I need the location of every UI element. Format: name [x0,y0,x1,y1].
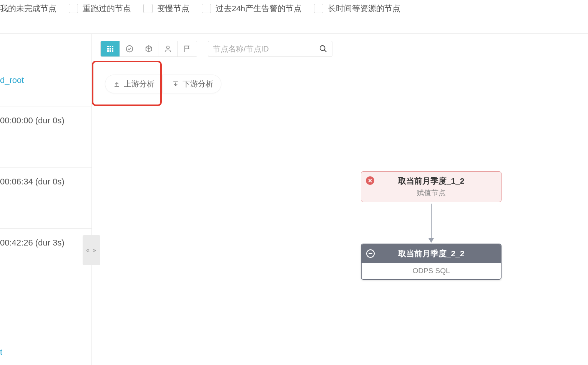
filter-rerun[interactable]: 重跑过的节点 [69,3,131,14]
dag-node-1[interactable]: 取当前月季度_1_2 赋值节点 [361,171,502,202]
grid-icon [106,45,114,53]
filter-waiting-resource[interactable]: 长时间等资源的节点 [314,3,400,14]
left-panel: d_root 00:00:00 (dur 0s) 00:06:34 (dur 0… [0,34,92,365]
svg-point-9 [126,46,133,52]
toolbar [92,41,588,57]
time-entry-3[interactable]: 00:42:26 (dur 3s) [0,228,91,257]
svg-rect-4 [110,48,111,50]
root-link[interactable]: d_root [0,34,91,85]
downstream-label: 下游分析 [183,79,213,89]
duration-text: 00:42:26 (dur 3s) [0,238,65,247]
svg-rect-5 [112,48,113,50]
checkbox-icon[interactable] [202,4,211,13]
svg-rect-0 [107,46,109,47]
grid-view-button[interactable] [101,41,120,56]
download-icon [172,80,179,88]
node-subtitle: 赋值节点 [361,188,501,202]
downstream-analysis-button[interactable]: 下游分析 [164,75,221,93]
dag-canvas[interactable]: 取当前月季度_1_2 赋值节点 取当前月季度_2_2 ODPS SQL [361,171,502,280]
filter-label: 变慢节点 [157,3,189,14]
node-subtitle: ODPS SQL [362,263,501,279]
pending-status-icon [366,249,375,258]
svg-point-10 [166,46,169,49]
duration-text: 00:06:34 (dur 0s) [0,177,65,186]
analysis-buttons: 上游分析 下游分析 [105,75,221,93]
search-icon [319,45,327,53]
filter-label: 过去24h产生告警的节点 [216,3,302,14]
search-box[interactable] [208,41,332,57]
flag-icon [183,45,191,53]
error-status-icon [366,176,374,185]
cube-icon [145,45,153,53]
node-title: 取当前月季度_1_2 [361,172,501,188]
svg-point-11 [320,46,325,51]
user-view-button[interactable] [158,41,178,56]
view-mode-group [100,41,197,57]
svg-rect-3 [107,48,109,50]
cube-view-button[interactable] [139,41,158,56]
node-title: 取当前月季度_2_2 [362,244,501,263]
dag-edge-arrow [431,204,432,242]
duration-text: 00:00:00 (dur 0s) [0,116,65,125]
node-title-text: 取当前月季度_2_2 [398,249,465,258]
check-view-button[interactable] [120,41,139,56]
filter-slowed[interactable]: 变慢节点 [143,3,189,14]
time-entry-2[interactable]: 00:06:34 (dur 0s) [0,167,91,196]
filter-label: 长时间等资源的节点 [328,3,400,14]
filter-24h-alert[interactable]: 过去24h产生告警的节点 [202,3,302,14]
filter-label: 重跑过的节点 [83,3,131,14]
svg-rect-1 [110,46,111,47]
checkbox-icon[interactable] [143,4,153,13]
bottom-link[interactable]: t [0,347,2,357]
search-input[interactable] [213,45,319,53]
checkbox-icon[interactable] [69,4,78,13]
svg-rect-8 [112,50,113,52]
upstream-analysis-button[interactable]: 上游分析 [105,75,163,93]
user-icon [164,45,172,53]
svg-rect-6 [107,50,109,52]
panel-collapse-handle[interactable]: « » [83,235,100,265]
main-content: d_root 00:00:00 (dur 0s) 00:06:34 (dur 0… [0,34,588,365]
upload-icon [113,80,121,88]
flag-view-button[interactable] [178,41,197,56]
time-entry-1[interactable]: 00:00:00 (dur 0s) [0,106,91,135]
canvas-area: 上游分析 下游分析 « » 取当前月季度_1_2 赋值节点 [92,34,588,365]
checkbox-icon[interactable] [314,4,323,13]
filter-label: 我的未完成节点 [0,3,56,14]
upstream-label: 上游分析 [124,79,154,89]
svg-rect-7 [110,50,111,52]
filter-bar: 我的未完成节点 重跑过的节点 变慢节点 过去24h产生告警的节点 长时间等资源的… [0,0,588,34]
dag-node-2[interactable]: 取当前月季度_2_2 ODPS SQL [361,244,502,280]
check-circle-icon [125,45,134,53]
filter-my-incomplete[interactable]: 我的未完成节点 [0,3,56,14]
svg-rect-2 [112,46,113,47]
